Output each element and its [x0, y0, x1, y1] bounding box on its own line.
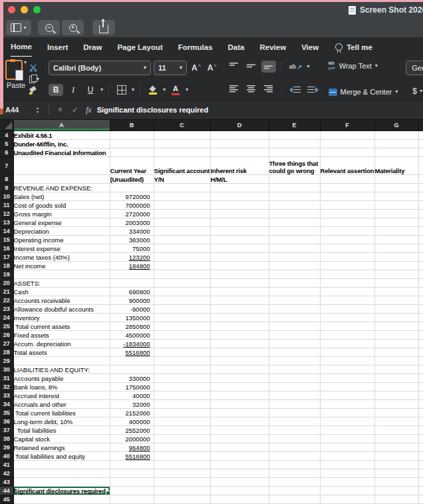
row-header-30[interactable]: 30 — [0, 366, 13, 374]
cut-button[interactable] — [29, 63, 39, 73]
row-header-29[interactable]: 29 — [0, 357, 13, 366]
cell-C42[interactable] — [154, 469, 210, 478]
cell-D4[interactable] — [210, 131, 269, 140]
cell-D43[interactable] — [210, 478, 269, 487]
cell-F29[interactable] — [320, 357, 374, 366]
cell-G22[interactable] — [374, 296, 418, 305]
cell-A6[interactable]: Unaudited Financial Information — [13, 148, 110, 157]
cell-D44[interactable] — [210, 487, 269, 495]
row-header-12[interactable]: 12 — [0, 210, 13, 218]
close-window-button[interactable] — [8, 6, 15, 13]
cell-C43[interactable] — [154, 478, 210, 487]
chevron-down-icon[interactable] — [100, 87, 103, 93]
cell-G24[interactable] — [374, 314, 418, 322]
cell-H20[interactable] — [418, 279, 423, 288]
cell-G43[interactable] — [374, 478, 418, 487]
row-header-28[interactable]: 28 — [0, 348, 13, 357]
cell-H6[interactable] — [418, 148, 423, 157]
cell-B6[interactable] — [110, 148, 154, 157]
cell-A21[interactable]: Cash — [13, 288, 110, 296]
cell-D17[interactable] — [210, 253, 269, 262]
cell-H23[interactable] — [418, 305, 423, 314]
row-header-41[interactable]: 41 — [0, 461, 13, 469]
cell-E18[interactable] — [269, 262, 320, 270]
cell-E33[interactable] — [269, 391, 320, 400]
cell-G14[interactable] — [374, 227, 418, 236]
row-header-24[interactable]: 24 — [0, 314, 13, 322]
cell-B9[interactable] — [110, 184, 154, 192]
cell-F14[interactable] — [320, 227, 374, 236]
cell-B36[interactable]: 400000 — [110, 417, 154, 426]
cell-B40[interactable]: 5516800 — [110, 452, 154, 461]
cell-F41[interactable] — [320, 461, 374, 469]
sidebar-toggle-button[interactable] — [6, 20, 31, 35]
cell-G13[interactable] — [374, 218, 418, 227]
cell-A39[interactable]: Retained earnings — [13, 443, 110, 452]
cell-D30[interactable] — [210, 366, 269, 374]
cell-B12[interactable]: 2720000 — [110, 210, 154, 218]
cell-C13[interactable] — [154, 218, 210, 227]
cell-D24[interactable] — [210, 314, 269, 322]
row-header-35[interactable]: 35 — [0, 409, 13, 417]
cell-F33[interactable] — [320, 391, 374, 400]
cell-A20[interactable]: ASSETS: — [13, 279, 110, 288]
cell-F44[interactable] — [320, 487, 374, 495]
cell-F26[interactable] — [320, 331, 374, 340]
cell-F20[interactable] — [320, 279, 374, 288]
cell-F37[interactable] — [320, 426, 374, 435]
chevron-down-icon[interactable] — [132, 87, 134, 93]
cell-E40[interactable] — [269, 452, 320, 461]
cell-A42[interactable] — [13, 469, 110, 478]
cell-B18[interactable]: 184800 — [110, 262, 154, 270]
cell-E31[interactable] — [269, 374, 320, 383]
cell-F24[interactable] — [320, 314, 374, 322]
cell-B30[interactable] — [110, 366, 154, 374]
column-header-G[interactable]: G — [374, 120, 418, 131]
cell-D41[interactable] — [210, 461, 269, 469]
row-header-19[interactable]: 19 — [0, 270, 13, 279]
cell-H8[interactable] — [418, 175, 423, 184]
font-size-select[interactable]: 11 — [154, 61, 187, 75]
cell-H39[interactable] — [418, 443, 423, 452]
cell-C14[interactable] — [154, 227, 210, 236]
cell-C4[interactable] — [154, 131, 210, 140]
cell-F13[interactable] — [320, 218, 374, 227]
cell-E37[interactable] — [269, 426, 320, 435]
cell-A16[interactable]: Interest expense — [13, 244, 110, 253]
cell-E29[interactable] — [269, 357, 320, 366]
cancel-icon[interactable]: × — [58, 105, 63, 115]
cell-H40[interactable] — [418, 452, 423, 461]
cell-D12[interactable] — [210, 210, 269, 218]
cell-G45[interactable] — [374, 495, 418, 504]
cell-C27[interactable] — [154, 340, 210, 348]
cell-G18[interactable] — [374, 262, 418, 270]
cell-A45[interactable] — [13, 495, 110, 504]
cell-B42[interactable] — [110, 469, 154, 478]
cell-D45[interactable] — [210, 495, 269, 504]
cell-E19[interactable] — [269, 270, 320, 279]
cell-F11[interactable] — [320, 201, 374, 210]
cell-B33[interactable]: 40000 — [110, 391, 154, 400]
cell-D32[interactable] — [210, 383, 269, 391]
cell-B14[interactable]: 334000 — [110, 227, 154, 236]
cell-F34[interactable] — [320, 400, 374, 409]
cell-F45[interactable] — [320, 495, 374, 504]
cell-F19[interactable] — [320, 270, 374, 279]
cell-D23[interactable] — [210, 305, 269, 314]
cell-A15[interactable]: Operating income — [13, 236, 110, 244]
cell-H42[interactable] — [418, 469, 423, 478]
cell-D22[interactable] — [210, 296, 269, 305]
cell-F40[interactable] — [320, 452, 374, 461]
cell-B19[interactable] — [110, 270, 154, 279]
name-box[interactable]: A44 — [0, 106, 36, 114]
cell-F6[interactable] — [320, 148, 374, 157]
cell-H19[interactable] — [418, 270, 423, 279]
cell-D6[interactable] — [210, 148, 269, 157]
cell-A30[interactable]: LIABILITIES AND EQUITY: — [13, 366, 110, 374]
currency-format-button[interactable]: $ — [406, 87, 423, 96]
cell-A44[interactable]: Significant disclosures required — [13, 487, 110, 495]
cell-G6[interactable] — [374, 148, 418, 157]
cell-B5[interactable] — [110, 140, 154, 148]
cell-D10[interactable] — [210, 192, 269, 201]
cell-C34[interactable] — [154, 400, 210, 409]
